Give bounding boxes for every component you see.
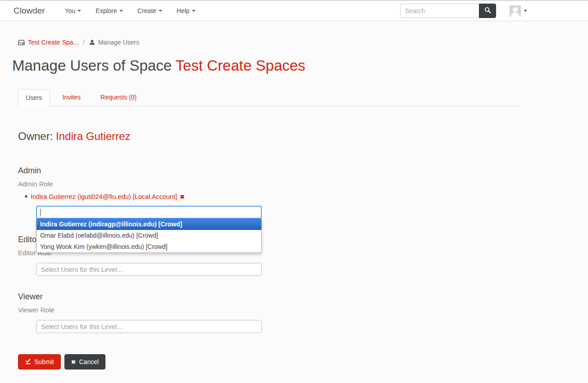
form-actions: Submit ✖ Cancel bbox=[18, 354, 538, 369]
user-icon bbox=[89, 39, 95, 45]
search-input[interactable] bbox=[400, 4, 479, 18]
admin-member-link[interactable]: Indira Gutierrez (iguti024@fiu.edu) [Loc… bbox=[31, 193, 177, 200]
nav-menu: You Explore Create Help bbox=[58, 1, 203, 20]
submit-button[interactable]: Submit bbox=[18, 354, 61, 369]
caret-down-icon bbox=[524, 10, 527, 12]
page-title: Manage Users of Space Test Create Spaces bbox=[12, 57, 538, 74]
admin-user-combo: Indira Gutierrez (indiragp@illinois.edu)… bbox=[36, 206, 262, 219]
avatar bbox=[510, 5, 521, 17]
nav-item-help[interactable]: Help bbox=[169, 1, 203, 20]
nav-item-explore[interactable]: Explore bbox=[88, 1, 130, 20]
bullet: ● bbox=[24, 193, 28, 199]
viewer-role-label: Viewer Role bbox=[18, 306, 538, 314]
nav-item-you[interactable]: You bbox=[58, 1, 89, 20]
breadcrumb-space-link[interactable]: Test Create Spa... bbox=[28, 39, 78, 46]
navbar: Clowder You Explore Create Help bbox=[0, 0, 588, 21]
caret-down-icon bbox=[77, 10, 81, 12]
main-content: Test Create Spa... / Manage Users Manage… bbox=[0, 21, 538, 369]
caret-down-icon bbox=[159, 10, 162, 12]
close-icon: ✖ bbox=[71, 359, 76, 365]
owner-name-link[interactable]: Indira Gutierrez bbox=[56, 130, 130, 142]
cancel-button[interactable]: ✖ Cancel bbox=[64, 354, 106, 369]
nav-item-create[interactable]: Create bbox=[130, 1, 169, 20]
breadcrumb-separator: / bbox=[82, 39, 86, 46]
dropdown-option[interactable]: Yong Wook Kim (ywkim@illinois.edu) [Crow… bbox=[36, 241, 261, 252]
tab-invites[interactable]: Invites bbox=[55, 89, 88, 106]
viewer-users-input[interactable] bbox=[36, 320, 262, 333]
tab-requests[interactable]: Requests (0) bbox=[93, 89, 144, 106]
owner-heading: Owner: Indira Gutierrez bbox=[18, 130, 538, 143]
remove-member-icon[interactable]: ✖ bbox=[180, 194, 185, 200]
editor-users-input[interactable] bbox=[36, 263, 262, 276]
admin-heading: Admin bbox=[18, 166, 538, 176]
space-hdd-icon bbox=[18, 40, 25, 45]
breadcrumb: Test Create Spa... / Manage Users bbox=[18, 39, 538, 46]
admin-role-label: Admin Role bbox=[18, 180, 538, 188]
text-cursor bbox=[40, 209, 41, 216]
admin-section: Admin Admin Role ● Indira Gutierrez (igu… bbox=[18, 166, 538, 219]
submit-check-icon bbox=[25, 358, 31, 366]
tab-users[interactable]: Users bbox=[18, 89, 50, 106]
caret-down-icon bbox=[119, 10, 123, 12]
admin-member-list: ● Indira Gutierrez (iguti024@fiu.edu) [L… bbox=[18, 193, 538, 200]
viewer-section: Viewer Viewer Role bbox=[18, 292, 538, 333]
breadcrumb-current: Manage Users bbox=[98, 39, 139, 46]
search-button[interactable] bbox=[479, 4, 496, 18]
page-title-space-link[interactable]: Test Create Spaces bbox=[176, 57, 305, 74]
admin-users-dropdown: Indira Gutierrez (indiragp@illinois.edu)… bbox=[36, 219, 262, 253]
search-icon bbox=[484, 7, 491, 15]
search-group bbox=[400, 4, 496, 18]
brand-clowder[interactable]: Clowder bbox=[14, 6, 45, 16]
viewer-heading: Viewer bbox=[18, 292, 538, 302]
admin-users-input[interactable] bbox=[36, 206, 262, 219]
tab-bar: Users Invites Requests (0) bbox=[18, 89, 520, 106]
list-item: ● Indira Gutierrez (iguti024@fiu.edu) [L… bbox=[31, 193, 538, 200]
user-menu[interactable] bbox=[510, 5, 527, 17]
dropdown-option[interactable]: Omar Elabd (oelabd@illinois.edu) [Crowd] bbox=[36, 230, 261, 241]
dropdown-option[interactable]: Indira Gutierrez (indiragp@illinois.edu)… bbox=[36, 219, 261, 230]
caret-down-icon bbox=[192, 10, 196, 12]
